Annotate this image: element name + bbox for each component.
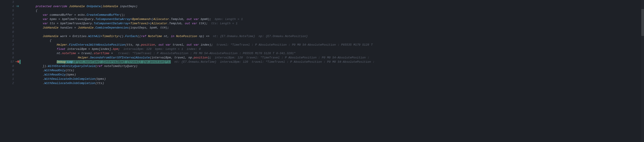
- debug-inlay: travel: "TimeTravel : P AbsolutePosition…: [118, 52, 296, 55]
- gutter-marker-cell[interactable]: [15, 73, 19, 77]
- references-icon[interactable]: ↑0: [16, 4, 19, 8]
- code-line[interactable]: {: [22, 38, 644, 43]
- code-line[interactable]: Helper.SecondsFromStartOfIntervalAbsolut…: [22, 55, 644, 60]
- line-number: 9: [0, 68, 14, 73]
- code-line[interactable]: JobHandle handles = JobHandle.CombineDep…: [22, 26, 644, 30]
- code-line[interactable]: var tts = bpmTimeTravelQuery.ToComponent…: [22, 21, 644, 26]
- line-number: 6: [0, 55, 14, 60]
- code-line[interactable]: var commandBuffer = ecbs.CreateCommandBu…: [22, 13, 644, 17]
- gutter-marker-cell[interactable]: [15, 13, 19, 17]
- gutter-marker-cell[interactable]: ➔✓: [15, 60, 19, 64]
- gutter-marker-cell[interactable]: [15, 68, 19, 73]
- code-line[interactable]: .WithDeallocateOnJobCompletion(tts): [22, 81, 644, 85]
- code-line[interactable]: var bpms = bpmTimeTravelQuery.ToComponen…: [22, 17, 644, 21]
- code-line[interactable]: nt.noteTime = travel.startTime + travel:…: [22, 51, 644, 55]
- debug-inlay: nt: {E7.Onmaku.NoteTime} np: {E7.Onmaku.…: [210, 35, 308, 38]
- line-number: 8: [0, 21, 14, 26]
- line-number: 3: [0, 43, 14, 47]
- line-number: 8: [0, 64, 14, 68]
- gutter-marker-cell[interactable]: [15, 34, 19, 38]
- debug-inlay: bpms: Length = 1: [215, 17, 243, 21]
- code-line[interactable]: protected override JobHandle OnUpdate(Jo…: [22, 4, 644, 8]
- line-number: 6: [0, 13, 14, 17]
- vertical-scrollbar[interactable]: [641, 0, 644, 142]
- gutter-marker-cell[interactable]: [15, 77, 19, 81]
- gutter-marker-cell[interactable]: [15, 8, 19, 13]
- gutter-marker-cell[interactable]: ↑0: [15, 4, 19, 8]
- line-number: 57: [0, 60, 14, 64]
- gutter-marker-cell[interactable]: [15, 21, 19, 26]
- code-line[interactable]: }).WithStoreEntityQueryInField(ref noteT…: [22, 64, 644, 68]
- execution-pointer-icon: ➔: [15, 60, 17, 64]
- line-number: 9: [0, 26, 14, 30]
- code-line[interactable]: [22, 0, 644, 4]
- line-number: 4: [0, 47, 14, 51]
- debug-inlay: intervalBpm: 120 bpms: Length = 1 index:…: [124, 47, 201, 51]
- code-line[interactable]: .WithDeallocateOnJobCompletion(bpms): [22, 77, 644, 81]
- debug-inlay: tts: Length = 1: [211, 22, 238, 25]
- line-number: 7: [0, 17, 14, 21]
- line-number-gutter: 345678901234565789012: [0, 0, 15, 142]
- line-number: 1: [0, 77, 14, 81]
- gutter-marker-cell[interactable]: [15, 47, 19, 51]
- code-line[interactable]: Debug.Log($"{nt.noteTime} {intervalBpm} …: [22, 60, 644, 64]
- code-area[interactable]: protected override JobHandle OnUpdate(Jo…: [21, 0, 644, 142]
- line-number: 0: [0, 30, 14, 34]
- gutter-marker-cell[interactable]: [15, 51, 19, 55]
- line-number: 2: [0, 38, 14, 43]
- code-line[interactable]: JobHandle work = Entities.WithAll<TimeDi…: [22, 34, 644, 38]
- code-line[interactable]: .WithReadOnly(bpms): [22, 73, 644, 77]
- scrollbar-thumb[interactable]: [641, 9, 644, 36]
- debug-inlay: nt: {E7.Onmaku.NoteTime} intervalBpm: 12…: [171, 60, 374, 64]
- current-execution-highlight: Debug.Log($"{nt.noteTime} {intervalBpm} …: [57, 60, 171, 64]
- code-line[interactable]: [22, 30, 644, 34]
- code-line[interactable]: float intervalBpm = bpms[index].bpm; int…: [22, 47, 644, 51]
- line-number: 5: [0, 8, 14, 13]
- line-number: 3: [0, 0, 14, 4]
- code-editor[interactable]: 345678901234565789012 ↑0➔✓ protected ove…: [0, 0, 644, 142]
- marker-gutter[interactable]: ↑0➔✓: [15, 0, 19, 142]
- gutter-marker-cell[interactable]: [15, 55, 19, 60]
- gutter-marker-cell[interactable]: [15, 17, 19, 21]
- line-number: 5: [0, 51, 14, 55]
- gutter-marker-cell[interactable]: [15, 43, 19, 47]
- gutter-marker-cell[interactable]: [15, 81, 19, 85]
- breakpoint-verified-icon: ✓: [18, 61, 20, 64]
- debug-inlay: intervalBpm: 120 travel: "TimeTravel : P…: [215, 56, 369, 59]
- gutter-marker-cell[interactable]: [15, 30, 19, 34]
- line-number: 1: [0, 34, 14, 38]
- line-number: 2: [0, 81, 14, 85]
- code-line[interactable]: Helper.FindIntervalWithAbsolutePosition(…: [22, 43, 644, 47]
- gutter-marker-cell[interactable]: [15, 64, 19, 68]
- debug-inlay: travel: "TimeTravel : P AbsolutePosition…: [216, 43, 373, 46]
- code-line[interactable]: .WithReadOnly(tts): [22, 68, 644, 73]
- line-number: 4: [0, 4, 14, 8]
- code-line[interactable]: {: [22, 8, 644, 13]
- gutter-marker-cell[interactable]: [15, 26, 19, 30]
- gutter-marker-cell[interactable]: [15, 38, 19, 43]
- gutter-marker-cell[interactable]: [15, 0, 19, 4]
- line-number: 0: [0, 73, 14, 77]
